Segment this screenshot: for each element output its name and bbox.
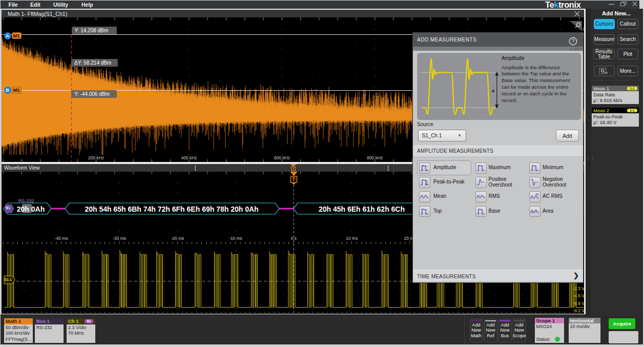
- svg-text:?: ?: [572, 38, 575, 44]
- svg-text:AC: AC: [535, 193, 539, 196]
- svg-text:a: a: [491, 88, 494, 93]
